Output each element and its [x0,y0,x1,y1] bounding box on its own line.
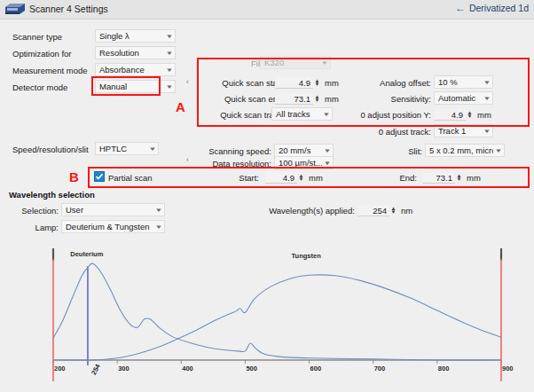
input-wavelengths-applied-value: 254 [357,205,389,216]
label-measurement-mode: Measurement mode [12,66,87,75]
combo-quick-scan-track[interactable]: All tracks ▼ [271,107,333,121]
label-scanning-speed: Scanning speed: [200,146,271,156]
collapse-left-icon-quick-scan[interactable]: ‹ [186,77,189,86]
label-sensitivity: Sensitivity: [353,94,431,104]
unit-wavelengths-applied: nm [401,206,412,216]
input-wavelengths-applied[interactable]: 254 ▲▼ [357,204,397,216]
combo-filter[interactable]: K320 ▼ [260,56,331,69]
combo-speed-resolution-slit[interactable]: HPTLC ▼ [95,142,159,155]
label-analog-offset: Analog offset: [353,78,431,88]
combo-lamp-value: Deuterium & Tungsten [62,222,153,231]
left-arrow-icon: ← [455,3,466,13]
chart-x-tick-label: 600 [310,365,322,372]
chart-x-tick-label: 500 [246,365,257,372]
input-quick-scan-end[interactable]: 73.1 ▲▼ [275,92,321,105]
combo-speed-resolution-slit-value: HPTLC [96,144,147,153]
label-partial-scan: Partial scan [108,173,153,183]
chevron-down-icon: ▼ [151,224,167,230]
chevron-down-icon: ▼ [479,96,495,101]
combo-optimization-for-value: Resolution [96,48,164,58]
chevron-down-icon: ▼ [318,112,334,117]
unit-partial-scan-start: mm [309,173,323,183]
combo-slit[interactable]: 5 x 0.2 mm, micro ▼ [425,144,505,157]
label-scanner-type: Scanner type [12,32,62,42]
annotation-marker-b: B [69,169,79,184]
combo-analog-offset[interactable]: 10 % ▼ [434,75,493,89]
chevron-down-icon: ▼ [319,161,335,166]
chart-x-tick-label: 300 [118,365,130,372]
combo-data-resolution-value: 100 µm/st... [275,158,322,168]
label-detector-mode: Detector mode [12,82,67,92]
scanner-icon [4,3,26,16]
input-partial-scan-start[interactable]: 4.9 ▲▼ [265,171,305,184]
window-titlebar: Scanner 4 Settings ← Derivatized 1d [0,0,534,20]
combo-lamp[interactable]: Deuterium & Tungsten ▼ [61,220,165,233]
chart-x-tick-label: 700 [374,365,386,372]
input-zero-adjust-position-y[interactable]: 4.9 ▲▼ [434,108,474,121]
combo-slit-value: 5 x 0.2 mm, micro [426,145,493,155]
chevron-down-icon: ▼ [317,60,333,66]
spinner-arrows-icon[interactable]: ▲▼ [297,174,305,181]
lamp-spectrum-chart: Deuterium Tungsten 200300400500600700800… [18,241,523,388]
chart-x-tick-label: 800 [438,365,450,372]
combo-sensitivity[interactable]: Automatic ▼ [434,91,493,105]
combo-analog-offset-value: 10 % [435,77,482,87]
label-zero-adjust-track: 0 adjust track: [353,127,431,137]
spinner-arrows-icon[interactable]: ▲▼ [466,111,474,118]
chevron-down-icon: ▼ [161,84,177,90]
label-speed-resolution-slit: Speed/resolution/slit [12,145,89,154]
chevron-down-icon: ▼ [319,148,335,153]
label-partial-scan-end: End: [390,173,417,183]
combo-data-resolution[interactable]: 100 µm/st... ▼ [274,156,334,169]
unit-zero-adjust-position-y: mm [477,110,491,120]
input-partial-scan-start-value: 4.9 [265,172,297,184]
input-quick-scan-end-value: 73.1 [275,93,313,105]
spinner-arrows-icon[interactable]: ▲▼ [389,207,397,214]
combo-scanner-type-value: Single λ [96,31,164,41]
combo-scanning-speed[interactable]: 20 mm/s ▼ [274,144,334,157]
chart-annotation-tungsten: Tungsten [292,252,321,260]
checkbox-partial-scan[interactable] [94,171,105,182]
combo-scanner-type[interactable]: Single λ ▼ [95,29,176,43]
input-partial-scan-end[interactable]: 73.1 ▲▼ [423,171,463,184]
chevron-down-icon: ▼ [161,51,177,56]
label-partial-scan-start: Start: [222,173,259,183]
combo-detector-mode-value: Manual [96,82,164,91]
label-wavelengths-applied: Wavelength(s) applied: [248,206,355,216]
label-data-resolution: Data resolution: [200,159,271,169]
spinner-arrows-icon[interactable]: ▲▼ [313,95,321,102]
label-quick-scan-start: Quick scan start: [200,78,285,88]
combo-quick-scan-track-value: All tracks [272,109,321,119]
spinner-arrows-icon[interactable]: ▲▼ [455,174,463,181]
chart-annotation-deuterium: Deuterium [70,250,103,258]
chevron-down-icon: ▼ [479,80,495,85]
spinner-arrows-icon[interactable]: ▲▼ [313,79,321,86]
derivatized-back-button[interactable]: ← Derivatized 1d [455,3,529,13]
combo-zero-adjust-track[interactable]: Track 1 ▼ [434,124,493,137]
combo-detector-mode[interactable]: Manual ▼ [95,80,176,93]
label-zero-adjust-position-y: 0 adjust position Y: [342,110,431,120]
combo-sensitivity-value: Automatic [435,93,482,103]
chart-range-boundaries[interactable] [53,248,501,381]
annotation-marker-a: A [176,99,185,114]
input-partial-scan-end-value: 73.1 [423,172,455,184]
chart-x-tick-label: 900 [502,365,514,372]
chart-x-tick-label: 400 [182,365,193,372]
input-zero-adjust-position-y-value: 4.9 [434,109,466,121]
unit-quick-scan-end: mm [325,94,339,104]
combo-optimization-for[interactable]: Resolution ▼ [95,46,176,59]
combo-scanning-speed-value: 20 mm/s [275,145,322,155]
label-optimization-for: Optimization for [12,49,72,59]
collapse-left-icon-scan-params[interactable]: ‹ [186,155,189,164]
combo-selection[interactable]: User ▼ [61,203,165,216]
input-quick-scan-start[interactable]: 4.9 ▲▼ [275,76,321,89]
derivatized-back-label: Derivatized 1d [469,3,529,13]
label-selection: Selection: [12,206,59,216]
chevron-down-icon: ▼ [479,129,495,134]
chevron-down-icon: ▼ [151,208,167,213]
chart-x-tick-label: 200 [54,365,66,372]
heading-wavelength-selection: Wavelength selection [9,190,95,200]
chevron-down-icon: ▼ [161,34,177,39]
combo-measurement-mode[interactable]: Absorbance ▼ [95,63,176,76]
label-quick-scan-end: Quick scan end: [200,94,285,104]
